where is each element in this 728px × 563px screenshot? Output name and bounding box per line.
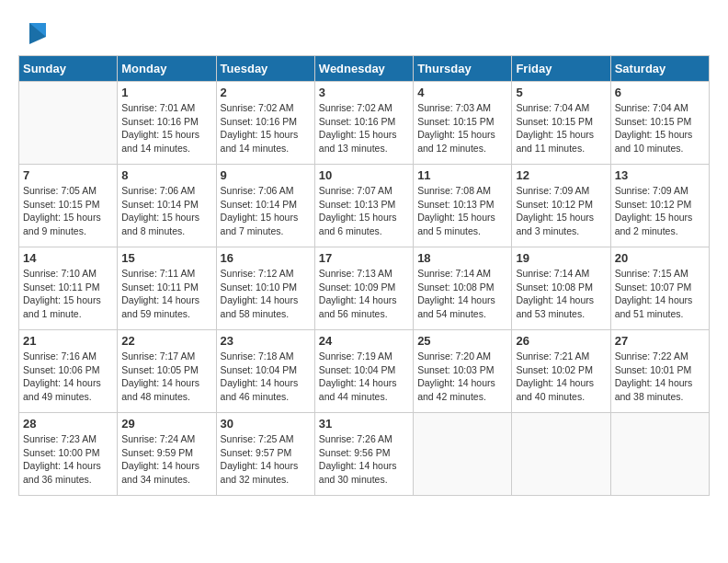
- header-wednesday: Wednesday: [314, 56, 413, 82]
- day-cell: 21Sunrise: 7:16 AM Sunset: 10:06 PM Dayl…: [19, 330, 118, 413]
- logo-icon: [20, 18, 48, 46]
- day-cell: 24Sunrise: 7:19 AM Sunset: 10:04 PM Dayl…: [314, 330, 413, 413]
- day-info: Sunrise: 7:20 AM Sunset: 10:03 PM Daylig…: [417, 350, 507, 404]
- day-info: Sunrise: 7:11 AM Sunset: 10:11 PM Daylig…: [121, 267, 211, 321]
- day-info: Sunrise: 7:09 AM Sunset: 10:12 PM Daylig…: [615, 184, 705, 238]
- week-row-1: 1Sunrise: 7:01 AM Sunset: 10:16 PM Dayli…: [19, 82, 710, 165]
- week-row-2: 7Sunrise: 7:05 AM Sunset: 10:15 PM Dayli…: [19, 165, 710, 247]
- day-number: 11: [417, 168, 507, 182]
- day-info: Sunrise: 7:05 AM Sunset: 10:15 PM Daylig…: [23, 184, 113, 238]
- day-info: Sunrise: 7:18 AM Sunset: 10:04 PM Daylig…: [221, 350, 311, 404]
- day-info: Sunrise: 7:07 AM Sunset: 10:13 PM Daylig…: [319, 184, 409, 238]
- day-number: 13: [615, 168, 705, 182]
- day-info: Sunrise: 7:09 AM Sunset: 10:12 PM Daylig…: [516, 184, 606, 238]
- week-row-4: 21Sunrise: 7:16 AM Sunset: 10:06 PM Dayl…: [19, 330, 710, 413]
- day-cell: 26Sunrise: 7:21 AM Sunset: 10:02 PM Dayl…: [512, 330, 610, 413]
- day-info: Sunrise: 7:17 AM Sunset: 10:05 PM Daylig…: [121, 350, 211, 404]
- day-number: 22: [121, 334, 211, 348]
- day-info: Sunrise: 7:24 AM Sunset: 9:59 PM Dayligh…: [121, 432, 211, 487]
- day-number: 8: [121, 168, 211, 182]
- day-info: Sunrise: 7:25 AM Sunset: 9:57 PM Dayligh…: [221, 432, 311, 487]
- day-number: 19: [516, 251, 606, 265]
- day-info: Sunrise: 7:19 AM Sunset: 10:04 PM Daylig…: [319, 350, 409, 404]
- day-cell: 20Sunrise: 7:15 AM Sunset: 10:07 PM Dayl…: [610, 247, 709, 330]
- week-row-5: 28Sunrise: 7:23 AM Sunset: 10:00 PM Dayl…: [19, 413, 710, 496]
- day-info: Sunrise: 7:21 AM Sunset: 10:02 PM Daylig…: [516, 350, 606, 404]
- day-number: 3: [319, 86, 409, 99]
- day-info: Sunrise: 7:04 AM Sunset: 10:15 PM Daylig…: [516, 101, 606, 155]
- day-cell: 19Sunrise: 7:14 AM Sunset: 10:08 PM Dayl…: [512, 247, 610, 330]
- day-number: 18: [417, 251, 507, 265]
- day-info: Sunrise: 7:26 AM Sunset: 9:56 PM Dayligh…: [319, 432, 409, 487]
- day-cell: 2Sunrise: 7:02 AM Sunset: 10:16 PM Dayli…: [216, 82, 314, 165]
- day-cell: 15Sunrise: 7:11 AM Sunset: 10:11 PM Dayl…: [118, 247, 216, 330]
- day-cell: 18Sunrise: 7:14 AM Sunset: 10:08 PM Dayl…: [414, 247, 512, 330]
- day-cell: [19, 82, 118, 165]
- header-thursday: Thursday: [414, 56, 512, 82]
- logo: [18, 18, 48, 46]
- day-info: Sunrise: 7:06 AM Sunset: 10:14 PM Daylig…: [121, 184, 211, 238]
- day-cell: 17Sunrise: 7:13 AM Sunset: 10:09 PM Dayl…: [314, 247, 413, 330]
- day-info: Sunrise: 7:22 AM Sunset: 10:01 PM Daylig…: [615, 350, 705, 404]
- day-number: 16: [221, 251, 311, 265]
- day-info: Sunrise: 7:10 AM Sunset: 10:11 PM Daylig…: [23, 267, 113, 321]
- day-cell: 16Sunrise: 7:12 AM Sunset: 10:10 PM Dayl…: [216, 247, 314, 330]
- day-cell: 4Sunrise: 7:03 AM Sunset: 10:15 PM Dayli…: [414, 82, 512, 165]
- day-cell: 11Sunrise: 7:08 AM Sunset: 10:13 PM Dayl…: [414, 165, 512, 247]
- day-cell: 29Sunrise: 7:24 AM Sunset: 9:59 PM Dayli…: [118, 413, 216, 496]
- day-info: Sunrise: 7:16 AM Sunset: 10:06 PM Daylig…: [23, 350, 113, 404]
- day-number: 10: [319, 168, 409, 182]
- day-cell: 22Sunrise: 7:17 AM Sunset: 10:05 PM Dayl…: [118, 330, 216, 413]
- day-number: 30: [221, 417, 311, 431]
- day-cell: [512, 413, 610, 496]
- day-info: Sunrise: 7:03 AM Sunset: 10:15 PM Daylig…: [417, 101, 507, 155]
- day-number: 24: [319, 334, 409, 348]
- day-number: 28: [23, 417, 113, 431]
- day-number: 9: [221, 168, 311, 182]
- day-number: 7: [23, 168, 113, 182]
- day-number: 23: [221, 334, 311, 348]
- day-cell: 27Sunrise: 7:22 AM Sunset: 10:01 PM Dayl…: [610, 330, 709, 413]
- header-tuesday: Tuesday: [216, 56, 314, 82]
- day-cell: 30Sunrise: 7:25 AM Sunset: 9:57 PM Dayli…: [216, 413, 314, 496]
- day-number: 20: [615, 251, 705, 265]
- page-header: [18, 18, 710, 46]
- calendar-table: SundayMondayTuesdayWednesdayThursdayFrid…: [18, 55, 710, 496]
- day-cell: 13Sunrise: 7:09 AM Sunset: 10:12 PM Dayl…: [610, 165, 709, 247]
- day-number: 4: [417, 86, 507, 99]
- day-number: 27: [615, 334, 705, 348]
- header-friday: Friday: [512, 56, 610, 82]
- day-cell: 10Sunrise: 7:07 AM Sunset: 10:13 PM Dayl…: [314, 165, 413, 247]
- day-info: Sunrise: 7:01 AM Sunset: 10:16 PM Daylig…: [121, 101, 211, 155]
- day-number: 5: [516, 86, 606, 99]
- week-row-3: 14Sunrise: 7:10 AM Sunset: 10:11 PM Dayl…: [19, 247, 710, 330]
- day-number: 26: [516, 334, 606, 348]
- day-cell: 7Sunrise: 7:05 AM Sunset: 10:15 PM Dayli…: [19, 165, 118, 247]
- day-cell: 12Sunrise: 7:09 AM Sunset: 10:12 PM Dayl…: [512, 165, 610, 247]
- day-number: 21: [23, 334, 113, 348]
- header-monday: Monday: [118, 56, 216, 82]
- day-cell: 8Sunrise: 7:06 AM Sunset: 10:14 PM Dayli…: [118, 165, 216, 247]
- day-number: 2: [221, 86, 311, 99]
- day-cell: 14Sunrise: 7:10 AM Sunset: 10:11 PM Dayl…: [19, 247, 118, 330]
- day-number: 29: [121, 417, 211, 431]
- day-cell: 6Sunrise: 7:04 AM Sunset: 10:15 PM Dayli…: [610, 82, 709, 165]
- day-info: Sunrise: 7:08 AM Sunset: 10:13 PM Daylig…: [417, 184, 507, 238]
- day-number: 1: [121, 86, 211, 99]
- day-number: 31: [319, 417, 409, 431]
- header-row: SundayMondayTuesdayWednesdayThursdayFrid…: [19, 56, 710, 82]
- day-info: Sunrise: 7:23 AM Sunset: 10:00 PM Daylig…: [23, 432, 113, 487]
- day-info: Sunrise: 7:02 AM Sunset: 10:16 PM Daylig…: [221, 101, 311, 155]
- day-info: Sunrise: 7:15 AM Sunset: 10:07 PM Daylig…: [615, 267, 705, 321]
- day-cell: [610, 413, 709, 496]
- day-number: 12: [516, 168, 606, 182]
- day-cell: [414, 413, 512, 496]
- header-sunday: Sunday: [19, 56, 118, 82]
- header-saturday: Saturday: [610, 56, 709, 82]
- day-cell: 28Sunrise: 7:23 AM Sunset: 10:00 PM Dayl…: [19, 413, 118, 496]
- day-cell: 1Sunrise: 7:01 AM Sunset: 10:16 PM Dayli…: [118, 82, 216, 165]
- day-info: Sunrise: 7:02 AM Sunset: 10:16 PM Daylig…: [319, 101, 409, 155]
- day-cell: 3Sunrise: 7:02 AM Sunset: 10:16 PM Dayli…: [314, 82, 413, 165]
- day-cell: 31Sunrise: 7:26 AM Sunset: 9:56 PM Dayli…: [314, 413, 413, 496]
- day-info: Sunrise: 7:14 AM Sunset: 10:08 PM Daylig…: [516, 267, 606, 321]
